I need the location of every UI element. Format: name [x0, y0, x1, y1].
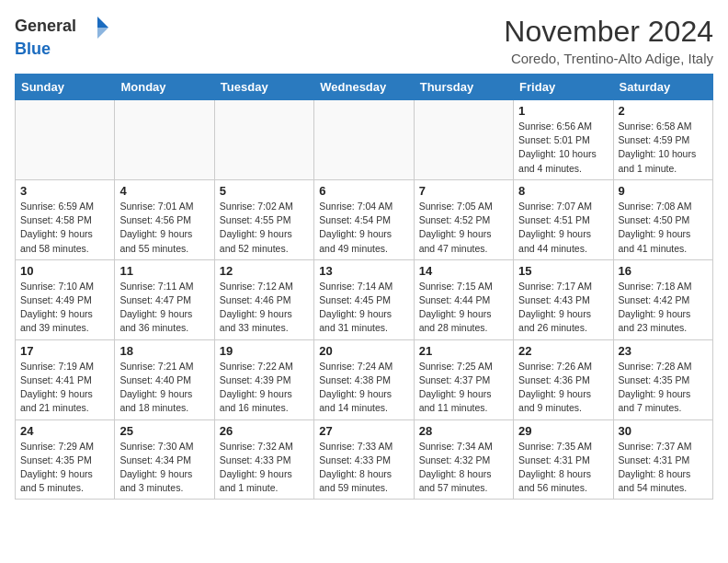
day-info: Sunrise: 7:10 AM Sunset: 4:49 PM Dayligh… — [20, 280, 109, 336]
day-number: 6 — [319, 184, 408, 198]
day-info: Sunrise: 7:30 AM Sunset: 4:34 PM Dayligh… — [119, 440, 209, 496]
header-sunday: Sunday — [16, 75, 115, 100]
day-number: 26 — [220, 424, 309, 438]
day-info: Sunrise: 7:14 AM Sunset: 4:45 PM Dayligh… — [319, 280, 408, 336]
calendar-week-1: 1Sunrise: 6:56 AM Sunset: 5:01 PM Daylig… — [16, 100, 713, 180]
svg-marker-1 — [97, 28, 108, 39]
day-number: 8 — [518, 184, 608, 198]
day-info: Sunrise: 7:24 AM Sunset: 4:38 PM Dayligh… — [319, 360, 408, 416]
calendar-cell: 20Sunrise: 7:24 AM Sunset: 4:38 PM Dayli… — [314, 339, 414, 419]
day-info: Sunrise: 7:04 AM Sunset: 4:54 PM Dayligh… — [319, 200, 408, 256]
day-info: Sunrise: 7:01 AM Sunset: 4:56 PM Dayligh… — [119, 200, 209, 256]
calendar-cell: 13Sunrise: 7:14 AM Sunset: 4:45 PM Dayli… — [314, 259, 414, 339]
day-number: 19 — [220, 344, 309, 358]
calendar-cell: 17Sunrise: 7:19 AM Sunset: 4:41 PM Dayli… — [16, 339, 115, 419]
day-info: Sunrise: 7:12 AM Sunset: 4:46 PM Dayligh… — [220, 280, 309, 336]
svg-marker-0 — [97, 17, 108, 28]
day-number: 4 — [119, 184, 209, 198]
calendar-cell: 3Sunrise: 6:59 AM Sunset: 4:58 PM Daylig… — [16, 179, 115, 259]
day-number: 1 — [518, 104, 608, 118]
day-info: Sunrise: 7:26 AM Sunset: 4:36 PM Dayligh… — [518, 360, 608, 416]
calendar-cell: 2Sunrise: 6:58 AM Sunset: 4:59 PM Daylig… — [613, 100, 712, 180]
header-friday: Friday — [514, 75, 613, 100]
calendar-week-3: 10Sunrise: 7:10 AM Sunset: 4:49 PM Dayli… — [16, 259, 713, 339]
calendar-cell — [16, 100, 115, 180]
day-info: Sunrise: 7:19 AM Sunset: 4:41 PM Dayligh… — [20, 360, 109, 416]
day-number: 13 — [319, 264, 408, 278]
calendar-cell: 6Sunrise: 7:04 AM Sunset: 4:54 PM Daylig… — [314, 179, 414, 259]
calendar-table: SundayMondayTuesdayWednesdayThursdayFrid… — [15, 74, 713, 500]
day-info: Sunrise: 7:25 AM Sunset: 4:37 PM Dayligh… — [419, 360, 508, 416]
day-info: Sunrise: 7:21 AM Sunset: 4:40 PM Dayligh… — [119, 360, 209, 416]
calendar-cell: 12Sunrise: 7:12 AM Sunset: 4:46 PM Dayli… — [214, 259, 313, 339]
header-wednesday: Wednesday — [314, 75, 414, 100]
calendar-cell: 19Sunrise: 7:22 AM Sunset: 4:39 PM Dayli… — [214, 339, 313, 419]
calendar-cell: 30Sunrise: 7:37 AM Sunset: 4:31 PM Dayli… — [613, 419, 712, 500]
day-number: 20 — [319, 344, 408, 358]
calendar-cell — [115, 100, 214, 180]
calendar-cell: 4Sunrise: 7:01 AM Sunset: 4:56 PM Daylig… — [115, 179, 214, 259]
day-number: 5 — [220, 184, 309, 198]
calendar-cell: 14Sunrise: 7:15 AM Sunset: 4:44 PM Dayli… — [414, 259, 513, 339]
day-number: 12 — [220, 264, 309, 278]
day-info: Sunrise: 7:02 AM Sunset: 4:55 PM Dayligh… — [220, 200, 309, 256]
header-monday: Monday — [115, 75, 214, 100]
title-block: November 2024 Coredo, Trentino-Alto Adig… — [504, 15, 713, 66]
day-info: Sunrise: 6:59 AM Sunset: 4:58 PM Dayligh… — [20, 200, 109, 256]
logo: General Blue — [15, 15, 110, 59]
month-title: November 2024 — [504, 15, 713, 49]
day-number: 27 — [319, 424, 408, 438]
header-tuesday: Tuesday — [214, 75, 313, 100]
day-number: 7 — [419, 184, 508, 198]
day-number: 11 — [119, 264, 209, 278]
day-info: Sunrise: 7:34 AM Sunset: 4:32 PM Dayligh… — [419, 440, 508, 496]
day-number: 3 — [20, 184, 109, 198]
day-number: 15 — [518, 264, 608, 278]
day-info: Sunrise: 7:18 AM Sunset: 4:42 PM Dayligh… — [619, 280, 708, 336]
calendar-cell: 10Sunrise: 7:10 AM Sunset: 4:49 PM Dayli… — [16, 259, 115, 339]
calendar-header-row: SundayMondayTuesdayWednesdayThursdayFrid… — [16, 75, 713, 100]
day-number: 24 — [20, 424, 109, 438]
day-info: Sunrise: 6:58 AM Sunset: 4:59 PM Dayligh… — [619, 120, 708, 176]
day-info: Sunrise: 7:32 AM Sunset: 4:33 PM Dayligh… — [220, 440, 309, 496]
calendar-cell: 9Sunrise: 7:08 AM Sunset: 4:50 PM Daylig… — [613, 179, 712, 259]
day-number: 29 — [518, 424, 608, 438]
day-number: 23 — [619, 344, 708, 358]
calendar-cell: 11Sunrise: 7:11 AM Sunset: 4:47 PM Dayli… — [115, 259, 214, 339]
day-info: Sunrise: 7:28 AM Sunset: 4:35 PM Dayligh… — [619, 360, 708, 416]
header-saturday: Saturday — [613, 75, 712, 100]
calendar-cell: 21Sunrise: 7:25 AM Sunset: 4:37 PM Dayli… — [414, 339, 513, 419]
calendar-cell — [214, 100, 313, 180]
day-number: 21 — [419, 344, 508, 358]
day-number: 25 — [119, 424, 209, 438]
day-info: Sunrise: 7:22 AM Sunset: 4:39 PM Dayligh… — [220, 360, 309, 416]
calendar-cell: 16Sunrise: 7:18 AM Sunset: 4:42 PM Dayli… — [613, 259, 712, 339]
day-info: Sunrise: 7:11 AM Sunset: 4:47 PM Dayligh… — [119, 280, 209, 336]
location-text: Coredo, Trentino-Alto Adige, Italy — [504, 51, 713, 66]
day-info: Sunrise: 7:08 AM Sunset: 4:50 PM Dayligh… — [619, 200, 708, 256]
calendar-cell: 25Sunrise: 7:30 AM Sunset: 4:34 PM Dayli… — [115, 419, 214, 500]
day-number: 9 — [619, 184, 708, 198]
day-number: 2 — [619, 104, 708, 118]
day-info: Sunrise: 7:33 AM Sunset: 4:33 PM Dayligh… — [319, 440, 408, 496]
day-info: Sunrise: 7:29 AM Sunset: 4:35 PM Dayligh… — [20, 440, 109, 496]
day-number: 16 — [619, 264, 708, 278]
calendar-cell: 1Sunrise: 6:56 AM Sunset: 5:01 PM Daylig… — [514, 100, 613, 180]
day-number: 22 — [518, 344, 608, 358]
day-info: Sunrise: 7:37 AM Sunset: 4:31 PM Dayligh… — [619, 440, 708, 496]
calendar-cell — [314, 100, 414, 180]
logo-blue-text: Blue — [15, 40, 51, 58]
day-info: Sunrise: 7:07 AM Sunset: 4:51 PM Dayligh… — [518, 200, 608, 256]
day-info: Sunrise: 7:35 AM Sunset: 4:31 PM Dayligh… — [518, 440, 608, 496]
calendar-cell: 27Sunrise: 7:33 AM Sunset: 4:33 PM Dayli… — [314, 419, 414, 500]
day-number: 17 — [20, 344, 109, 358]
calendar-week-5: 24Sunrise: 7:29 AM Sunset: 4:35 PM Dayli… — [16, 419, 713, 500]
day-info: Sunrise: 7:05 AM Sunset: 4:52 PM Dayligh… — [419, 200, 508, 256]
day-info: Sunrise: 6:56 AM Sunset: 5:01 PM Dayligh… — [518, 120, 608, 176]
calendar-cell: 7Sunrise: 7:05 AM Sunset: 4:52 PM Daylig… — [414, 179, 513, 259]
day-info: Sunrise: 7:17 AM Sunset: 4:43 PM Dayligh… — [518, 280, 608, 336]
calendar-cell: 26Sunrise: 7:32 AM Sunset: 4:33 PM Dayli… — [214, 419, 313, 500]
day-number: 10 — [20, 264, 109, 278]
day-number: 14 — [419, 264, 508, 278]
calendar-cell: 22Sunrise: 7:26 AM Sunset: 4:36 PM Dayli… — [514, 339, 613, 419]
